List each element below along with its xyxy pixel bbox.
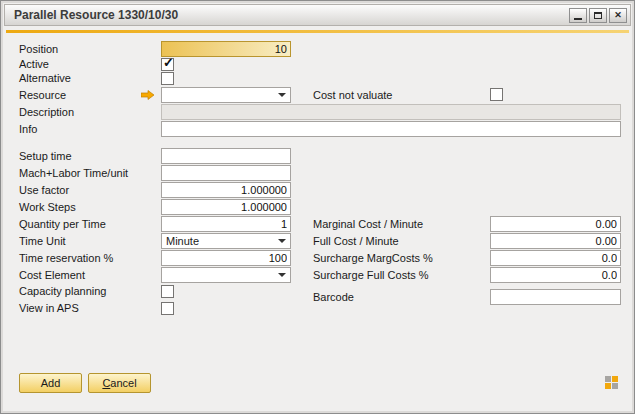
capacity-planning-label: Capacity planning [19, 284, 106, 299]
chevron-down-icon [278, 239, 286, 243]
capacity-planning-checkbox[interactable] [161, 285, 174, 298]
time-unit-select[interactable]: Minute [161, 233, 291, 249]
work-steps-label: Work Steps [19, 200, 76, 215]
cost-element-label: Cost Element [19, 268, 85, 283]
cost-element-select[interactable] [161, 267, 291, 283]
barcode-input[interactable] [490, 289, 621, 305]
surcharge-margcosts-input[interactable] [490, 250, 621, 266]
description-input [161, 104, 621, 120]
parallel-resource-window: Parallel Resource 1330/10/30 ✕ Position … [0, 0, 635, 414]
maximize-icon [594, 12, 602, 19]
addon-grid-icon[interactable] [605, 376, 619, 390]
full-cost-input[interactable] [490, 233, 621, 249]
mach-labor-time-label: Mach+Labor Time/unit [19, 166, 128, 181]
cancel-button[interactable]: Cancel [88, 373, 151, 393]
surcharge-margcosts-label: Surcharge MargCosts % [313, 251, 433, 266]
cost-not-valuate-checkbox[interactable] [490, 88, 503, 101]
surcharge-full-costs-input[interactable] [490, 267, 621, 283]
addon-grid-icon-square [612, 376, 618, 382]
quantity-per-time-input[interactable] [161, 216, 291, 232]
accent-line [6, 30, 629, 33]
active-checkbox[interactable]: ✓ [161, 58, 174, 71]
add-button-label: Add [41, 377, 61, 389]
time-reservation-label: Time reservation % [19, 251, 113, 266]
minimize-icon [574, 18, 582, 20]
description-label: Description [19, 105, 74, 120]
chevron-down-icon [278, 273, 286, 277]
close-icon: ✕ [614, 11, 622, 20]
active-label: Active [19, 57, 49, 72]
mach-labor-time-input[interactable] [161, 165, 291, 181]
window-title: Parallel Resource 1330/10/30 [14, 8, 567, 22]
info-label: Info [19, 122, 37, 137]
info-input[interactable] [161, 121, 621, 137]
addon-grid-icon-square [605, 376, 611, 382]
position-input[interactable] [161, 41, 291, 57]
chevron-down-icon [278, 93, 286, 97]
addon-grid-icon-square [605, 383, 611, 389]
time-unit-value: Minute [166, 234, 274, 248]
quantity-per-time-label: Quantity per Time [19, 217, 106, 232]
minimize-button[interactable] [569, 8, 587, 23]
position-label: Position [19, 42, 58, 57]
view-in-aps-label: View in APS [19, 301, 79, 316]
time-reservation-input[interactable] [161, 250, 291, 266]
marginal-cost-label: Marginal Cost / Minute [313, 217, 423, 232]
resource-select[interactable] [161, 87, 291, 103]
setup-time-label: Setup time [19, 149, 72, 164]
maximize-button[interactable] [589, 8, 607, 23]
resource-label: Resource [19, 88, 66, 103]
use-factor-input[interactable] [161, 182, 291, 198]
alternative-label: Alternative [19, 71, 71, 86]
view-in-aps-checkbox[interactable] [161, 302, 174, 315]
time-unit-label: Time Unit [19, 234, 66, 249]
marginal-cost-input[interactable] [490, 216, 621, 232]
addon-grid-icon-square [612, 383, 618, 389]
cost-not-valuate-label: Cost not valuate [313, 88, 393, 103]
use-factor-label: Use factor [19, 183, 69, 198]
full-cost-label: Full Cost / Minute [313, 234, 399, 249]
add-button[interactable]: Add [19, 373, 82, 393]
check-icon: ✓ [163, 55, 174, 70]
link-arrow-icon[interactable] [141, 90, 155, 100]
work-steps-input[interactable] [161, 199, 291, 215]
alternative-checkbox[interactable] [161, 72, 174, 85]
close-button[interactable]: ✕ [609, 8, 627, 23]
surcharge-full-costs-label: Surcharge Full Costs % [313, 268, 429, 283]
setup-time-input[interactable] [161, 148, 291, 164]
cancel-button-label: Cancel [102, 377, 136, 389]
titlebar[interactable]: Parallel Resource 1330/10/30 ✕ [4, 4, 631, 26]
barcode-label: Barcode [313, 290, 354, 305]
